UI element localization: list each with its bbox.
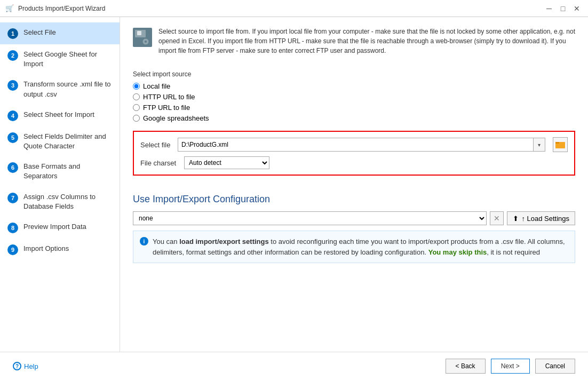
window-controls: ─ □ ✕ bbox=[543, 3, 583, 14]
radio-http[interactable]: HTTP URL to file bbox=[133, 93, 575, 101]
file-select-box: Select file ▾ File charset Auto detect U… bbox=[133, 131, 575, 176]
svg-rect-2 bbox=[137, 31, 141, 35]
load-settings-label: ↑ Load Settings bbox=[521, 215, 569, 223]
file-input-wrapper: ▾ bbox=[178, 138, 545, 152]
close-button[interactable]: ✕ bbox=[571, 3, 583, 14]
minimize-button[interactable]: ─ bbox=[543, 3, 555, 14]
sidebar-item-7[interactable]: 7 Assign .csv Columns to Database Fields bbox=[0, 187, 120, 217]
sidebar-item-6[interactable]: 6 Base Formats and Separators bbox=[0, 156, 120, 186]
sidebar-label-3: Transform source .xml file to output .cs… bbox=[23, 80, 112, 99]
sidebar-item-5[interactable]: 5 Select Fields Delimiter and Quote Char… bbox=[0, 126, 120, 156]
info-banner: Select source to import file from. If yo… bbox=[133, 27, 575, 62]
step-number-1: 1 bbox=[7, 28, 18, 39]
radio-ftp-label: FTP URL to file bbox=[143, 104, 190, 112]
sidebar: 1 Select File 2 Select Google Sheet for … bbox=[0, 17, 120, 352]
charset-label: File charset bbox=[140, 159, 179, 167]
radio-local-file[interactable]: Local file bbox=[133, 82, 575, 90]
step-number-9: 9 bbox=[7, 244, 18, 255]
info-note-text: You can load import/export settings to a… bbox=[153, 236, 568, 257]
title-bar: 🛒 Products Import/Export Wizard ─ □ ✕ bbox=[0, 0, 588, 17]
file-path-input[interactable] bbox=[178, 138, 534, 152]
folder-icon bbox=[555, 140, 565, 149]
svg-point-4 bbox=[145, 41, 147, 43]
sidebar-label-5: Select Fields Delimiter and Quote Charac… bbox=[23, 132, 112, 151]
config-clear-button[interactable]: ✕ bbox=[490, 211, 504, 225]
step-number-3: 3 bbox=[7, 80, 18, 91]
sidebar-label-9: Import Options bbox=[23, 244, 69, 254]
step-number-5: 5 bbox=[7, 132, 18, 143]
footer: ? Help < Back Next > Cancel bbox=[0, 352, 588, 380]
step-number-8: 8 bbox=[7, 223, 18, 233]
sidebar-item-8[interactable]: 8 Preview Import Data bbox=[0, 217, 120, 239]
import-source-label: Select import source bbox=[133, 70, 575, 78]
maximize-button[interactable]: □ bbox=[557, 3, 569, 14]
step-number-2: 2 bbox=[7, 50, 18, 61]
sidebar-label-4: Select Sheet for Import bbox=[23, 110, 94, 120]
config-title: Use Import/Export Configuration bbox=[133, 194, 575, 205]
sidebar-label-8: Preview Import Data bbox=[23, 222, 86, 232]
radio-ftp[interactable]: FTP URL to file bbox=[133, 104, 575, 112]
help-label: Help bbox=[24, 362, 38, 370]
radio-local-label: Local file bbox=[143, 82, 170, 90]
load-settings-icon: ⬆ bbox=[513, 215, 519, 223]
sidebar-label-6: Base Formats and Separators bbox=[23, 162, 112, 181]
step-number-7: 7 bbox=[7, 193, 18, 203]
radio-http-input[interactable] bbox=[133, 93, 140, 100]
info-note-skip: You may skip this bbox=[428, 248, 487, 256]
help-icon: ? bbox=[13, 362, 21, 370]
window-title: Products Import/Export Wizard bbox=[18, 5, 543, 12]
config-section: Use Import/Export Configuration none ✕ ⬆… bbox=[133, 194, 575, 263]
sidebar-item-2[interactable]: 2 Select Google Sheet for Import bbox=[0, 44, 120, 74]
step-number-6: 6 bbox=[7, 162, 18, 173]
file-browse-button[interactable] bbox=[553, 137, 568, 152]
cancel-button[interactable]: Cancel bbox=[535, 359, 575, 374]
info-note-icon: i bbox=[140, 237, 148, 246]
info-note: i You can load import/export settings to… bbox=[133, 231, 575, 263]
radio-gsheet[interactable]: Google spreadsheets bbox=[133, 114, 575, 122]
file-row: Select file ▾ bbox=[140, 137, 568, 152]
sidebar-item-3[interactable]: 3 Transform source .xml file to output .… bbox=[0, 74, 120, 104]
radio-gsheet-label: Google spreadsheets bbox=[143, 114, 209, 122]
sidebar-item-4[interactable]: 4 Select Sheet for Import bbox=[0, 105, 120, 126]
charset-row: File charset Auto detect UTF-8 ISO-8859-… bbox=[140, 156, 568, 169]
help-link[interactable]: ? Help bbox=[13, 362, 38, 370]
next-button[interactable]: Next > bbox=[491, 359, 530, 374]
sidebar-item-9[interactable]: 9 Import Options bbox=[0, 239, 120, 260]
svg-rect-6 bbox=[555, 142, 559, 144]
disk-icon bbox=[133, 28, 152, 47]
radio-gsheet-input[interactable] bbox=[133, 115, 140, 122]
back-button[interactable]: < Back bbox=[446, 359, 486, 374]
charset-select[interactable]: Auto detect UTF-8 ISO-8859-1 Windows-125… bbox=[184, 156, 269, 169]
radio-ftp-input[interactable] bbox=[133, 104, 140, 111]
file-label: Select file bbox=[140, 141, 172, 149]
config-row: none ✕ ⬆ ↑ Load Settings bbox=[133, 211, 575, 225]
info-note-bold: load import/export settings bbox=[179, 238, 269, 246]
sidebar-label-1: Select File bbox=[23, 28, 56, 37]
import-source-group: Local file HTTP URL to file FTP URL to f… bbox=[133, 82, 575, 122]
radio-http-label: HTTP URL to file bbox=[143, 93, 195, 101]
main-content: Select source to import file from. If yo… bbox=[120, 17, 588, 352]
sidebar-label-2: Select Google Sheet for Import bbox=[23, 50, 112, 69]
info-description: Select source to import file from. If yo… bbox=[158, 27, 575, 56]
load-settings-button[interactable]: ⬆ ↑ Load Settings bbox=[507, 211, 575, 225]
config-select[interactable]: none bbox=[133, 211, 487, 225]
app-icon: 🛒 bbox=[5, 4, 14, 13]
radio-local-input[interactable] bbox=[133, 83, 140, 90]
sidebar-label-7: Assign .csv Columns to Database Fields bbox=[23, 192, 112, 211]
file-dropdown-button[interactable]: ▾ bbox=[534, 138, 545, 152]
sidebar-item-1[interactable]: 1 Select File bbox=[0, 22, 120, 44]
step-number-4: 4 bbox=[7, 110, 18, 121]
